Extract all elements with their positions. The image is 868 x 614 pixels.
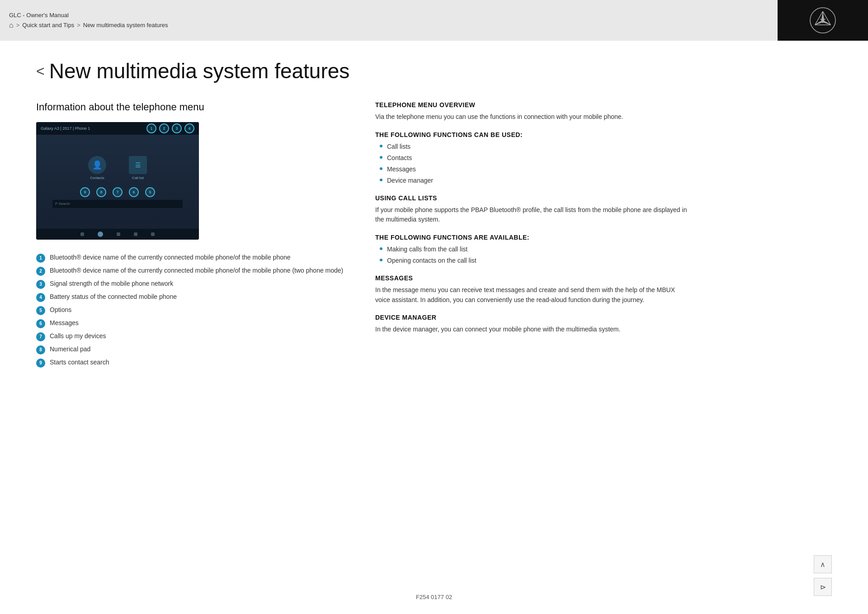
section-text: Via the telephone menu you can use the f…: [375, 112, 687, 122]
circle-num-9: 9: [80, 187, 90, 197]
page-title-row: < New multimedia system features: [36, 59, 687, 83]
two-column-layout: Information about the telephone menu Gal…: [36, 101, 687, 368]
bookmark-button[interactable]: ⊳: [814, 578, 832, 596]
num-badge: 3: [36, 280, 45, 289]
num-badge: 9: [36, 359, 45, 368]
breadcrumb-sep1: >: [16, 22, 20, 28]
section-text: In the message menu you can receive text…: [375, 285, 687, 305]
num-badge: 6: [36, 319, 45, 328]
numbered-item-text: Starts contact search: [50, 358, 109, 367]
numbered-item-text: Signal strength of the mobile phone netw…: [50, 279, 173, 288]
back-arrow-icon[interactable]: <: [36, 63, 45, 80]
phone-bottom-nums: 9 8 7 6 5: [80, 187, 155, 197]
breadcrumb-current: New multimedia system features: [83, 22, 168, 28]
manual-title: GLC - Owner's Manual: [9, 12, 168, 19]
numbered-list-item: 6Messages: [36, 319, 348, 328]
bullet-text: Device manager: [387, 176, 433, 185]
numbered-list-item: 3Signal strength of the mobile phone net…: [36, 279, 348, 289]
header-left: GLC - Owner's Manual ⌂ > Quick start and…: [9, 12, 168, 29]
search-text: P Search: [55, 202, 70, 206]
breadcrumb-link1[interactable]: Quick start and Tips: [22, 22, 74, 28]
phone-top-bar: Galaxy A3 | 2017 | Phone 1 1 2 3 4: [36, 122, 199, 135]
calllist-icon: ☰: [129, 156, 147, 174]
bullet-list: Call listsContactsMessagesDevice manager: [380, 142, 687, 185]
numbered-item-text: Calls up my devices: [50, 332, 106, 341]
bullet-list-item: Opening contacts on the call list: [380, 256, 687, 265]
numbered-list-item: 7Calls up my devices: [36, 332, 348, 341]
section-heading: MESSAGES: [375, 274, 687, 282]
numbered-list-item: 8Numerical pad: [36, 345, 348, 354]
mercedes-logo-area: [778, 0, 868, 41]
numbered-list: 1Bluetooth® device name of the currently…: [36, 253, 348, 368]
phone-bottom-nav: [36, 229, 199, 240]
num-badge: 4: [36, 293, 45, 302]
num-badge: 1: [36, 254, 45, 263]
nav-dot-4: [151, 232, 155, 236]
section-heading: THE FOLLOWING FUNCTIONS CAN BE USED:: [375, 131, 687, 138]
bullet-list-item: Call lists: [380, 142, 687, 151]
phone-device-name: Galaxy A3 | 2017 | Phone 1: [41, 126, 90, 131]
numbered-list-item: 2Bluetooth® device name of the currently…: [36, 266, 348, 276]
numbered-item-text: Messages: [50, 319, 79, 328]
numbered-list-item: 9Starts contact search: [36, 358, 348, 368]
numbered-list-item: 1Bluetooth® device name of the currently…: [36, 253, 348, 263]
numbered-item-text: Numerical pad: [50, 345, 90, 354]
circle-num-2: 2: [159, 123, 169, 133]
num-badge: 2: [36, 267, 45, 276]
num-badge: 5: [36, 306, 45, 315]
numbered-list-item: 4Battery status of the connected mobile …: [36, 293, 348, 302]
breadcrumb-home-icon[interactable]: ⌂: [9, 21, 14, 29]
circle-num-5: 5: [145, 187, 155, 197]
breadcrumb-sep2: >: [77, 22, 80, 28]
scroll-up-button[interactable]: ∧: [814, 555, 832, 573]
phone-search-bar: P Search: [52, 200, 183, 208]
section-text: In the device manager, you can connect y…: [375, 325, 687, 335]
bullet-text: Messages: [387, 165, 416, 174]
section-heading: USING CALL LISTS: [375, 194, 687, 202]
circle-num-8: 8: [96, 187, 106, 197]
calllist-label: Call list: [132, 176, 144, 180]
bullet-list: Making calls from the call listOpening c…: [380, 245, 687, 265]
circle-num-7: 7: [113, 187, 123, 197]
circle-num-4: 4: [184, 123, 194, 133]
bookmark-icon: ⊳: [820, 583, 826, 591]
nav-dot-1: [80, 232, 84, 236]
nav-dot-3: [134, 232, 137, 236]
contacts-label: Contacts: [90, 176, 104, 180]
bullet-list-item: Messages: [380, 165, 687, 174]
numbered-item-text: Bluetooth® device name of the currently …: [50, 266, 343, 275]
footer-code: F254 0177 02: [416, 594, 452, 600]
circle-num-1: 1: [146, 123, 156, 133]
section-heading: TELEPHONE MENU OVERVIEW: [375, 101, 687, 109]
phone-main-area: 👤 Contacts ☰ Call list 9 8 7: [36, 135, 199, 229]
section-heading: DEVICE MANAGER: [375, 314, 687, 321]
left-col-subtitle: Information about the telephone menu: [36, 101, 348, 113]
numbered-list-item: 5Options: [36, 306, 348, 315]
bullet-text: Making calls from the call list: [387, 245, 467, 254]
bullet-dot: [380, 156, 382, 159]
phone-screen-image: Galaxy A3 | 2017 | Phone 1 1 2 3 4 👤: [36, 122, 199, 240]
numbered-item-text: Options: [50, 306, 71, 315]
page-title: New multimedia system features: [49, 59, 350, 83]
num-badge: 8: [36, 345, 45, 354]
footer: F254 0177 02: [0, 589, 868, 600]
section-heading: THE FOLLOWING FUNCTIONS ARE AVAILABLE:: [375, 234, 687, 241]
bullet-dot: [380, 179, 382, 181]
phone-screen: Galaxy A3 | 2017 | Phone 1 1 2 3 4 👤: [36, 122, 199, 240]
num-badge: 7: [36, 332, 45, 341]
left-column: Information about the telephone menu Gal…: [36, 101, 348, 368]
nav-dot-home: [98, 231, 103, 237]
bullet-dot: [380, 167, 382, 170]
bullet-text: Opening contacts on the call list: [387, 256, 476, 265]
contacts-icon: 👤: [88, 156, 106, 174]
bullet-dot: [380, 247, 382, 250]
bullet-list-item: Contacts: [380, 153, 687, 163]
breadcrumb: ⌂ > Quick start and Tips > New multimedi…: [9, 21, 168, 29]
mercedes-star-icon: [809, 7, 836, 34]
section-text: If your mobile phone supports the PBAP B…: [375, 205, 687, 225]
bullet-list-item: Device manager: [380, 176, 687, 185]
circle-num-6: 6: [129, 187, 139, 197]
numbered-item-text: Bluetooth® device name of the currently …: [50, 253, 291, 262]
scroll-up-icon: ∧: [820, 560, 826, 569]
phone-main-icons: 👤 Contacts ☰ Call list: [88, 156, 147, 180]
